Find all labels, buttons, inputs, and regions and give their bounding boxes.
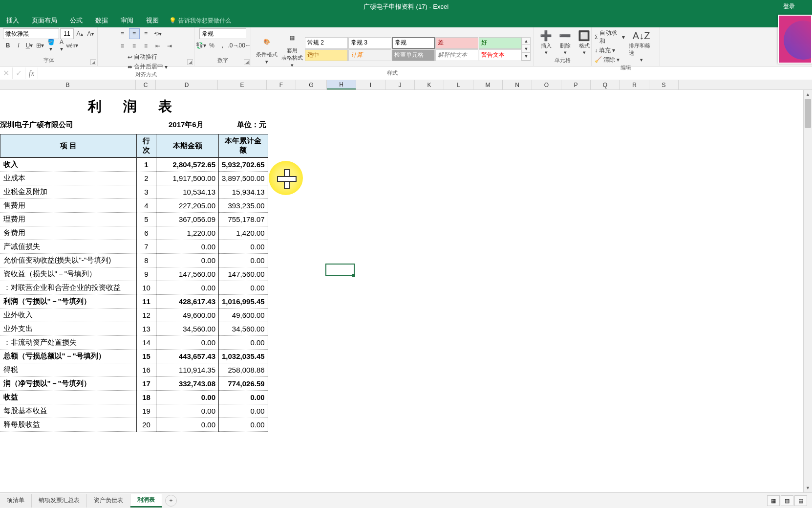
cell-item[interactable]: ：对联营企业和合营企业的投资收益 (0, 281, 137, 295)
table-row[interactable]: 售费用4227,205.00393,235.00 (0, 199, 268, 213)
cell-line[interactable]: 17 (137, 377, 156, 391)
sort-filter-button[interactable]: A↓Z排序和筛选▾ (626, 28, 657, 64)
scrollbar-thumb[interactable] (805, 99, 811, 128)
font-color-button[interactable]: A▾ (57, 41, 66, 50)
column-header[interactable]: L (444, 80, 473, 89)
insert-cells-button[interactable]: ➕插入▾ (537, 28, 555, 57)
cell-ytd[interactable]: 0.00 (219, 336, 268, 350)
column-header[interactable]: N (503, 80, 532, 89)
table-row[interactable]: 利润（亏损以"－"号填列）11428,617.431,016,995.45 (0, 295, 268, 309)
cell-current[interactable]: 367,056.09 (156, 213, 219, 226)
accounting-format-icon[interactable]: 💱▾ (196, 41, 206, 50)
font-name-select[interactable] (3, 28, 59, 39)
cell-line[interactable]: 9 (137, 267, 156, 281)
cell-ytd[interactable]: 15,934.13 (219, 185, 268, 199)
table-row[interactable]: 润（净亏损以"－"号填列）17332,743.08774,026.59 (0, 377, 268, 391)
phonetic-button[interactable]: wén▾ (67, 41, 77, 50)
style-gallery-item[interactable]: 解释性文本 (435, 49, 478, 61)
cell-current[interactable]: 0.00 (156, 254, 219, 267)
selected-cell[interactable] (325, 264, 355, 276)
conditional-formatting-button[interactable]: 🎨 条件格式▾ (254, 32, 279, 66)
align-top-icon[interactable]: ≡ (117, 28, 128, 39)
table-row[interactable]: 业税金及附加310,534.1315,934.13 (0, 185, 268, 199)
autosum-button[interactable]: Σ自动求和▾ (595, 29, 625, 45)
style-gallery-item[interactable]: 常规 3 (348, 37, 391, 49)
cell-line[interactable]: 3 (137, 185, 156, 199)
cell-line[interactable]: 16 (137, 363, 156, 377)
cell-ytd[interactable]: 1,420.00 (219, 226, 268, 240)
column-header[interactable]: H (327, 80, 356, 89)
sheet-tab[interactable]: 销项发票汇总表 (32, 494, 87, 508)
increase-font-icon[interactable]: A▴ (75, 29, 85, 39)
menu-tab[interactable]: 审阅 (114, 14, 140, 27)
enter-icon[interactable]: ✓ (13, 67, 25, 79)
login-link[interactable]: 登录 (783, 2, 795, 11)
menu-tab[interactable]: 页面布局 (25, 14, 64, 27)
cell-ytd[interactable]: 34,560.00 (219, 322, 268, 336)
column-header[interactable]: C (136, 80, 156, 89)
percent-format-icon[interactable]: % (207, 41, 217, 50)
new-sheet-button[interactable]: + (165, 495, 177, 507)
menu-tab[interactable]: 公式 (64, 14, 89, 27)
menu-tab[interactable]: 数据 (89, 14, 114, 27)
table-row[interactable]: 收入12,804,572.655,932,702.65 (0, 157, 268, 172)
page-break-view-icon[interactable]: ▤ (794, 495, 807, 506)
cell-current[interactable]: 0.00 (156, 336, 219, 350)
cell-line[interactable]: 8 (137, 254, 156, 267)
income-statement-table[interactable]: 项 目 行次 本期金额 本年累计金额 收入12,804,572.655,932,… (0, 134, 268, 432)
cell-item[interactable]: ：非流动资产处置损失 (0, 336, 137, 350)
column-header[interactable]: D (156, 80, 218, 89)
align-center-icon[interactable]: ≡ (129, 41, 140, 51)
cell-item[interactable]: 收入 (0, 157, 137, 172)
gallery-down-icon[interactable]: ▼ (522, 45, 530, 53)
cell-item[interactable]: 务费用 (0, 226, 137, 240)
cell-item[interactable]: 每股基本收益 (0, 404, 137, 418)
decrease-decimal-icon[interactable]: .00← (239, 41, 249, 50)
table-row[interactable]: 业成本21,917,500.003,897,500.00 (0, 172, 268, 185)
orientation-icon[interactable]: ⟲▾ (152, 28, 163, 39)
cell-ytd[interactable]: 5,932,702.65 (219, 157, 268, 172)
cell-ytd[interactable]: 755,178.07 (219, 213, 268, 226)
cell-item[interactable]: 总额（亏损总额以"－"号填列） (0, 350, 137, 363)
font-dialog-launcher-icon[interactable]: ◢ (90, 59, 96, 65)
cell-current[interactable]: 227,205.00 (156, 199, 219, 213)
column-header[interactable]: M (473, 80, 503, 89)
table-row[interactable]: ：非流动资产处置损失140.000.00 (0, 336, 268, 350)
italic-button[interactable]: I (14, 41, 23, 50)
cell-current[interactable]: 1,220.00 (156, 226, 219, 240)
cell-line[interactable]: 4 (137, 199, 156, 213)
column-header[interactable]: I (356, 80, 385, 89)
cell-line[interactable]: 12 (137, 309, 156, 322)
underline-button[interactable]: U▾ (24, 41, 34, 50)
cell-ytd[interactable]: 258,008.86 (219, 363, 268, 377)
cell-ytd[interactable]: 49,600.00 (219, 309, 268, 322)
cell-current[interactable]: 443,657.43 (156, 350, 219, 363)
table-row[interactable]: 释每股收益200.000.00 (0, 418, 268, 432)
table-row[interactable]: 务费用61,220.001,420.00 (0, 226, 268, 240)
column-header[interactable]: F (267, 80, 296, 89)
fill-button[interactable]: ↓填充▾ (595, 46, 625, 55)
style-gallery-item[interactable]: 适中 (305, 49, 348, 61)
decrease-font-icon[interactable]: A▾ (85, 29, 95, 39)
cell-ytd[interactable]: 774,026.59 (219, 377, 268, 391)
style-gallery-item[interactable]: 警告文本 (479, 49, 522, 61)
sheet-tab[interactable]: 项清单 (0, 494, 32, 508)
cell-current[interactable]: 2,804,572.65 (156, 157, 219, 172)
table-row[interactable]: 允价值变动收益(损失以"-"号填列)80.000.00 (0, 254, 268, 267)
sheet-tab[interactable]: 利润表 (130, 494, 162, 508)
cell-current[interactable]: 10,534.13 (156, 185, 219, 199)
cell-current[interactable]: 49,600.00 (156, 309, 219, 322)
cell-ytd[interactable]: 147,560.00 (219, 267, 268, 281)
table-row[interactable]: 每股基本收益190.000.00 (0, 404, 268, 418)
cell-current[interactable]: 1,917,500.00 (156, 172, 219, 185)
cell-line[interactable]: 15 (137, 350, 156, 363)
column-header[interactable]: P (561, 80, 591, 89)
column-header[interactable]: E (218, 80, 267, 89)
table-row[interactable]: 资收益（损失以"－"号填列）9147,560.00147,560.00 (0, 267, 268, 281)
cell-current[interactable]: 110,914.35 (156, 363, 219, 377)
cell-line[interactable]: 13 (137, 322, 156, 336)
indent-decrease-icon[interactable]: ⇤ (152, 41, 163, 51)
cell-item[interactable]: 润（净亏损以"－"号填列） (0, 377, 137, 391)
style-gallery-item[interactable]: 计算 (348, 49, 391, 61)
cell-line[interactable]: 18 (137, 391, 156, 404)
